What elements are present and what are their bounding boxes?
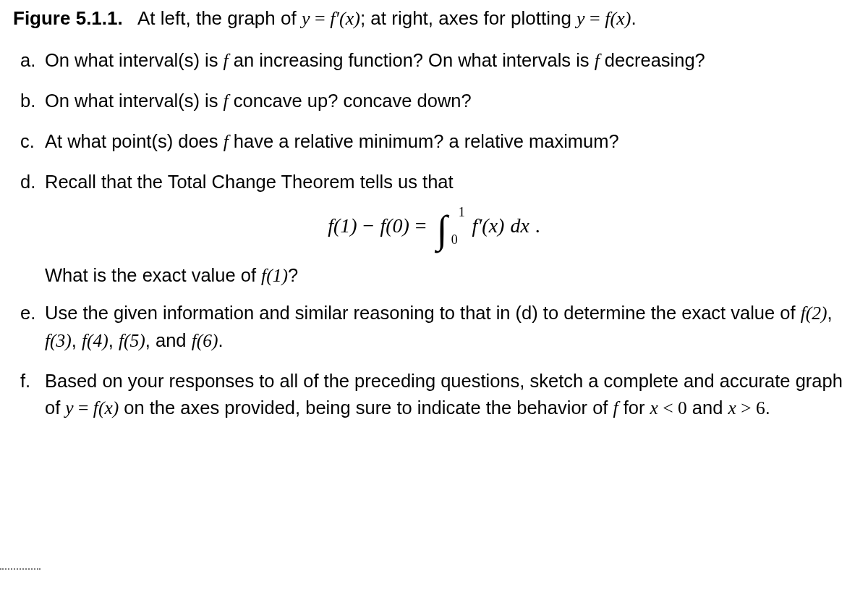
item-body: Use the given information and similar re… [45, 300, 855, 355]
item-b: b. On what interval(s) is f concave up? … [45, 88, 855, 115]
eq-equals: = [415, 214, 427, 237]
integral-lower: 0 [451, 233, 458, 246]
eq-minus: − [363, 214, 375, 237]
item-body: On what interval(s) is f an increasing f… [45, 47, 855, 75]
item-marker: c. [20, 128, 42, 155]
eq-integrand: f′(x) [472, 214, 504, 237]
item-d: d. Recall that the Total Change Theorem … [45, 169, 855, 195]
eq-lhs: f(1) [328, 214, 357, 237]
item-body: At what point(s) does f have a relative … [45, 128, 855, 156]
question-list: a. On what interval(s) is f an increasin… [13, 47, 855, 195]
item-a: a. On what interval(s) is f an increasin… [45, 47, 855, 75]
item-e: e. Use the given information and similar… [45, 300, 855, 355]
page-edge-dots-icon [0, 568, 41, 570]
item-c: c. At what point(s) does f have a relati… [45, 128, 855, 156]
page-root: Figure 5.1.1. At left, the graph of y = … [0, 0, 868, 590]
item-f: f. Based on your responses to all of the… [45, 368, 855, 422]
item-marker: f. [20, 368, 42, 395]
caption-text: At left, the graph of y = f′(x); at righ… [128, 7, 637, 29]
eq-dx: dx [510, 214, 529, 237]
item-marker: a. [20, 47, 42, 74]
figure-caption: Figure 5.1.1. At left, the graph of y = … [13, 6, 855, 31]
item-body: On what interval(s) is f concave up? con… [45, 88, 855, 115]
eq-lhs2: f(0) [380, 214, 409, 237]
item-marker: d. [20, 169, 42, 195]
display-equation: f(1) − f(0) = ∫ 1 0 f′(x) dx. [13, 210, 855, 242]
question-list-continued: e. Use the given information and similar… [13, 300, 855, 422]
eq-period: . [535, 214, 540, 237]
figure-label: Figure 5.1.1. [13, 7, 123, 29]
integral-upper: 1 [459, 206, 465, 219]
item-marker: e. [20, 300, 42, 326]
item-d-followup: What is the exact value of f(1)? [13, 262, 855, 290]
integral-icon: ∫ 1 0 [437, 210, 448, 242]
item-body: Based on your responses to all of the pr… [45, 368, 855, 422]
item-body: Recall that the Total Change Theorem tel… [45, 169, 855, 195]
item-marker: b. [20, 88, 42, 114]
